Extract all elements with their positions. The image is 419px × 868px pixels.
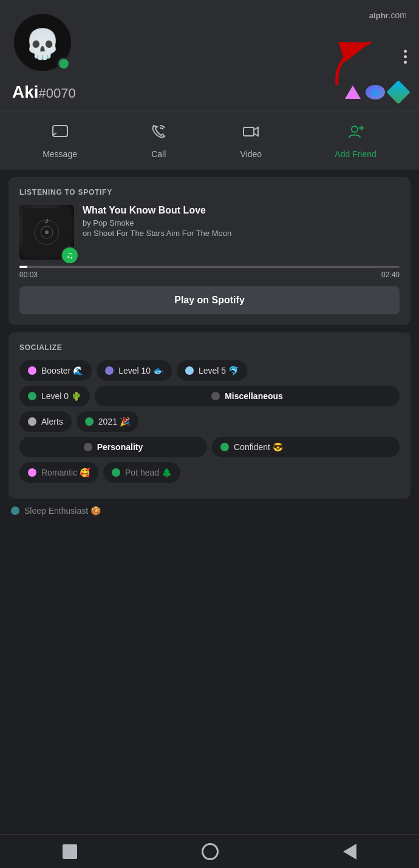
tag-sleep-label: Sleep Enthusiast 🍪 bbox=[24, 506, 101, 516]
dot-level5 bbox=[185, 366, 194, 375]
sleep-row: Sleep Enthusiast 🍪 bbox=[0, 506, 419, 524]
socialize-row-5: Romantic 🥰 Pot head 🌲 bbox=[19, 462, 400, 483]
username-main: Aki bbox=[12, 82, 39, 101]
spotify-info: What You Know Bout Love by Pop Smoke on … bbox=[83, 205, 400, 238]
tag-alerts-label: Alerts bbox=[41, 417, 63, 426]
nav-circle-button[interactable] bbox=[202, 843, 219, 860]
tag-2021[interactable]: 2021 🎉 bbox=[77, 411, 138, 432]
call-icon bbox=[150, 123, 167, 144]
time-total: 02:40 bbox=[381, 271, 400, 279]
badge-diamond-icon bbox=[386, 80, 410, 104]
socialize-row-1: Booster 🌊 Level 10 🐟 Level 5 🐬 bbox=[19, 360, 400, 381]
spotify-album-art: ♪ ♫ bbox=[19, 205, 74, 260]
dot-booster bbox=[28, 366, 36, 375]
svg-rect-3 bbox=[53, 126, 67, 136]
message-icon bbox=[52, 123, 69, 144]
tag-romantic[interactable]: Romantic 🥰 bbox=[19, 462, 98, 483]
spotify-song-title: What You Know Bout Love bbox=[83, 205, 400, 216]
dot-level10 bbox=[105, 366, 114, 375]
tag-confident-label: Confident 😎 bbox=[234, 442, 283, 452]
nav-home-icon bbox=[63, 844, 77, 859]
dot-pothead bbox=[112, 468, 120, 477]
badge-triangle-icon bbox=[345, 86, 361, 99]
nav-back-button[interactable] bbox=[343, 844, 356, 860]
spotify-section-label: LISTENING TO SPOTIFY bbox=[19, 188, 400, 197]
progress-row: 00:03 02:40 bbox=[19, 266, 400, 279]
video-label: Video bbox=[240, 149, 262, 159]
tag-level5-label: Level 5 🐬 bbox=[199, 366, 239, 375]
tag-level0[interactable]: Level 0 🌵 bbox=[19, 386, 90, 406]
socialize-row-3: Alerts 2021 🎉 bbox=[19, 411, 400, 432]
spotify-row: ♪ ♫ What You Know Bout Love by Pop Smoke… bbox=[19, 205, 400, 260]
tag-pothead-label: Pot head 🌲 bbox=[125, 468, 172, 477]
spotify-logo-icon: ♫ bbox=[66, 250, 73, 261]
socialize-row-2: Level 0 🌵 Miscellaneous bbox=[19, 386, 400, 406]
nav-home-button[interactable] bbox=[63, 844, 77, 859]
user-badges: 🌐 bbox=[345, 84, 407, 101]
username-row: Aki#0070 🌐 bbox=[12, 82, 407, 112]
time-current: 00:03 bbox=[19, 271, 38, 279]
progress-bar-fill bbox=[19, 266, 27, 268]
call-button[interactable]: Call bbox=[150, 123, 167, 159]
add-friend-button[interactable]: Add Friend bbox=[335, 123, 376, 159]
message-label: Message bbox=[43, 149, 77, 159]
tag-booster[interactable]: Booster 🌊 bbox=[19, 360, 92, 381]
tag-level10[interactable]: Level 10 🐟 bbox=[97, 360, 172, 381]
tag-personality[interactable]: Personality bbox=[19, 437, 207, 457]
svg-point-5 bbox=[352, 126, 358, 132]
nav-circle-icon bbox=[202, 843, 219, 860]
dot-alerts bbox=[28, 417, 36, 426]
dot-sleep bbox=[11, 506, 19, 515]
dot-level0 bbox=[28, 392, 36, 400]
tag-pothead[interactable]: Pot head 🌲 bbox=[103, 462, 180, 483]
username-tag: #0070 bbox=[39, 86, 76, 101]
progress-times: 00:03 02:40 bbox=[19, 271, 400, 279]
dot-confident bbox=[220, 443, 229, 451]
spotify-badge: ♫ bbox=[61, 246, 79, 264]
socialize-row-4: Personality Confident 😎 bbox=[19, 437, 400, 457]
tag-level0-label: Level 0 🌵 bbox=[41, 391, 81, 401]
add-friend-icon bbox=[347, 123, 364, 144]
video-icon bbox=[242, 123, 259, 144]
dot-personality bbox=[84, 443, 92, 451]
avatar-wrapper: 💀 bbox=[12, 12, 73, 73]
dot-romantic bbox=[28, 468, 36, 477]
video-button[interactable]: Video bbox=[240, 123, 262, 159]
spotify-album: on Shoot For The Stars Aim For The Moon bbox=[83, 229, 400, 238]
svg-rect-4 bbox=[244, 127, 254, 136]
tag-sleep[interactable]: Sleep Enthusiast 🍪 bbox=[11, 506, 408, 516]
play-spotify-button[interactable]: Play on Spotify bbox=[19, 286, 400, 314]
actions-row: Message Call Video Add Friend bbox=[0, 112, 419, 170]
bottom-nav bbox=[0, 834, 419, 868]
tag-confident[interactable]: Confident 😎 bbox=[212, 437, 400, 457]
spotify-section: LISTENING TO SPOTIFY ♪ ♫ What You Know B… bbox=[9, 177, 410, 325]
avatar-row: 💀 bbox=[12, 12, 407, 73]
dot-2021 bbox=[85, 417, 94, 426]
nav-back-icon bbox=[343, 844, 356, 860]
badge-orbit-icon: 🌐 bbox=[366, 85, 385, 99]
play-spotify-label: Play on Spotify bbox=[174, 295, 245, 305]
socialize-section: SOCIALIZE Booster 🌊 Level 10 🐟 Level 5 🐬… bbox=[9, 332, 410, 499]
tag-level10-label: Level 10 🐟 bbox=[118, 366, 163, 375]
tag-misc-label: Miscellaneous bbox=[225, 391, 283, 401]
add-friend-label: Add Friend bbox=[335, 149, 376, 159]
spotify-artist: by Pop Smoke bbox=[83, 218, 400, 227]
call-label: Call bbox=[151, 149, 166, 159]
dot-misc bbox=[211, 392, 220, 400]
tag-alerts[interactable]: Alerts bbox=[19, 411, 72, 432]
socialize-section-label: SOCIALIZE bbox=[19, 343, 400, 352]
tag-miscellaneous[interactable]: Miscellaneous bbox=[95, 386, 400, 406]
online-status-badge bbox=[57, 57, 70, 70]
svg-point-11 bbox=[45, 230, 49, 234]
tag-level5[interactable]: Level 5 🐬 bbox=[177, 360, 247, 381]
tag-romantic-label: Romantic 🥰 bbox=[41, 468, 90, 477]
progress-bar-track bbox=[19, 266, 400, 268]
svg-text:💀: 💀 bbox=[24, 27, 61, 61]
message-button[interactable]: Message bbox=[43, 123, 77, 159]
tag-booster-label: Booster 🌊 bbox=[41, 366, 83, 375]
header-section: alphr.com 💀 Aki# bbox=[0, 0, 419, 112]
tag-personality-label: Personality bbox=[97, 442, 143, 452]
svg-text:♪: ♪ bbox=[45, 215, 49, 225]
tag-2021-label: 2021 🎉 bbox=[98, 417, 130, 426]
username-display: Aki#0070 bbox=[12, 82, 76, 102]
